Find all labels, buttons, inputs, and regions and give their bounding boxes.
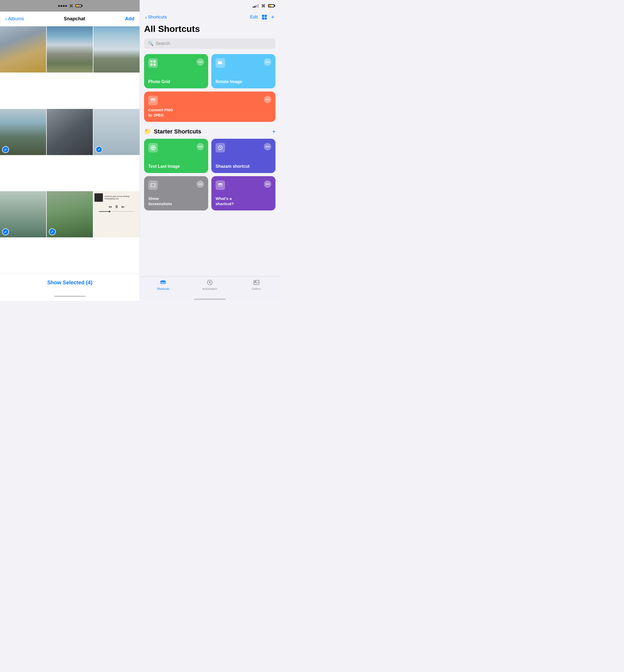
shortcuts-back-label[interactable]: Shortcuts [148,15,167,20]
show-screenshots-more-button[interactable]: ••• [197,180,204,188]
shazam-more-button[interactable]: ••• [264,143,271,150]
search-placeholder: Search [156,41,170,46]
shortcut-card-whats-a-shortcut[interactable]: ••• What's ashortcut? [211,176,276,211]
chevron-left-icon-right: ‹ [145,14,147,20]
gallery-tab-icon [253,279,260,286]
status-bar-right: ⌘ [140,0,280,11]
albums-back-button[interactable]: ‹ Albums [5,16,24,22]
photo-cell-9[interactable]: should be years choose Whiskey Priest/Wa… [94,191,139,237]
grid-view-icon[interactable] [262,15,267,20]
pause-icon[interactable]: ⏸ [114,205,119,209]
whats-shortcut-icon [215,180,225,190]
svg-point-14 [218,183,223,185]
search-bar[interactable]: 🔍 Search [144,38,276,49]
wifi-icon: ⌘ [69,3,73,8]
home-bar-right [194,299,226,300]
add-shortcut-button[interactable]: + [271,14,275,21]
grid-cell-4 [265,18,267,20]
svg-rect-0 [150,60,153,62]
photos-footer: Show Selected (4) [0,273,139,292]
photo-cell-6[interactable]: ✓ [94,109,139,155]
convert-png-label: Convert PNGto JPEG [148,107,271,118]
music-progress-bar [99,211,134,212]
select-badge-6: ✓ [96,146,102,153]
shortcuts-nav-bar: ‹ Shortcuts Edit + [140,11,280,22]
signal-bar-3 [256,5,257,8]
checkmark-icon: ✓ [4,147,7,152]
signal-bar-2 [254,6,255,8]
photos-app-panel: ⌘ ‹ Albums Snapchat Add ✓ [0,0,140,301]
shortcut-card-shazam[interactable]: ••• Shazam shortcut [211,139,276,173]
photos-nav-bar: ‹ Albums Snapchat Add [0,11,139,26]
svg-rect-2 [150,63,153,66]
rotate-image-icon [215,58,225,68]
photo-cell-2[interactable] [47,26,93,73]
photo-cell-3[interactable] [94,26,139,73]
home-indicator-right [140,299,280,301]
photo-grid-more-button[interactable]: ••• [197,58,204,66]
tab-automation[interactable]: Automation [186,279,233,290]
section-title-group: 📁 Starter Shortcuts [144,128,201,135]
show-screenshots-label: ShowScreenshots [148,196,204,206]
show-selected-button[interactable]: Show Selected (4) [47,279,92,286]
card-top-shazam: ••• [215,143,271,153]
grid-cell-1 [262,15,264,17]
shortcuts-app-panel: ⌘ ‹ Shortcuts Edit + All Shortcuts 🔍 Sea [140,0,280,301]
gallery-tab-label: Gallery [252,287,261,290]
text-last-image-more-button[interactable]: ••• [197,143,204,150]
photo-cell-5[interactable] [47,109,93,155]
shortcut-card-convert-png[interactable]: ••• Convert PNGto JPEG [144,91,276,122]
progress-fill [99,211,109,212]
checkmark-icon: ✓ [97,147,101,152]
svg-rect-4 [218,61,222,64]
progress-thumb [109,211,110,212]
card-top: ••• [148,58,204,68]
shortcut-card-text-last-image[interactable]: + ••• Text Last Image [144,139,208,173]
photo-cell-8[interactable]: ✓ [47,191,93,237]
show-screenshots-icon [148,180,158,190]
photo-cell-4[interactable]: ✓ [0,109,46,155]
starter-shortcuts-add-button[interactable]: + [272,128,276,135]
photo-cell-7[interactable]: ✓ [0,191,46,237]
rotate-image-label: Rotate Image [215,79,271,84]
rewind-icon[interactable]: ⏮ [109,205,112,209]
card-top-was: ••• [215,180,271,190]
shortcut-card-rotate-image[interactable]: ••• Rotate Image [211,54,276,88]
photo-cell-1[interactable] [0,26,46,73]
convert-png-more-button[interactable]: ••• [264,96,271,103]
tab-gallery[interactable]: Gallery [233,279,280,290]
status-bar-left: ⌘ [0,0,139,11]
grid-cell-3 [262,18,264,20]
svg-rect-13 [151,184,155,187]
tab-shortcuts[interactable]: Shortcuts [140,279,186,290]
checkmark-icon: ✓ [51,230,54,234]
add-button[interactable]: Add [125,16,134,22]
music-player-cell: should be years choose Whiskey Priest/Wa… [94,191,139,237]
edit-button[interactable]: Edit [250,15,258,20]
battery-icon-right [268,4,275,7]
shortcuts-back-button[interactable]: ‹ Shortcuts [145,14,167,20]
card-top-tli: + ••• [148,143,204,153]
card-top-2: ••• [215,58,271,68]
folder-icon: 📁 [144,128,151,135]
signal-bars-icon [253,4,259,8]
shortcut-card-show-screenshots[interactable]: ••• ShowScreenshots [144,176,208,211]
whats-shortcut-more-button[interactable]: ••• [264,180,271,188]
convert-png-icon [148,96,158,105]
shortcut-card-photo-grid[interactable]: ••• Photo Grid [144,54,208,88]
starter-shortcuts-grid: + ••• Text Last Image [144,139,276,211]
albums-back-label[interactable]: Albums [8,16,24,22]
tab-bar: Shortcuts Automation Gall [140,276,280,299]
rotate-image-more-button[interactable]: ••• [264,58,271,66]
music-header: should be years choose Whiskey Priest/Wa… [95,193,138,202]
forward-icon[interactable]: ⏭ [121,205,125,209]
shortcuts-tab-icon [159,279,167,286]
checkmark-icon: ✓ [4,230,7,234]
starter-shortcuts-section-header: 📁 Starter Shortcuts + [144,128,276,135]
signal-bar-4 [258,4,259,8]
automation-tab-label: Automation [202,287,217,290]
photo-grid-label: Photo Grid [148,79,204,84]
starter-shortcuts-title: Starter Shortcuts [154,128,201,135]
svg-point-21 [255,281,256,282]
nav-actions: Edit + [250,14,275,21]
